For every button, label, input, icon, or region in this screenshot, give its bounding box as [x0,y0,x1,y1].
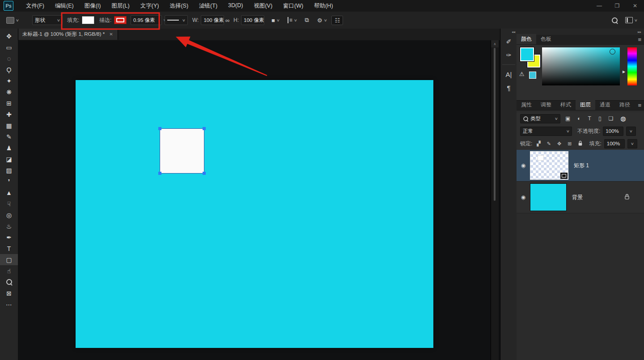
panel-menu-icon[interactable]: ≡ [638,36,641,43]
document-canvas[interactable] [76,80,433,348]
layer-filter-dropdown[interactable]: 类型 ∨ [520,114,560,123]
layer-thumbnail[interactable] [530,151,568,180]
menu-select[interactable]: 选择(S) [165,1,193,11]
menu-window[interactable]: 窗口(W) [279,1,308,11]
resize-handle-bottom-right[interactable] [203,172,206,175]
character-panel-icon[interactable]: A| [500,68,517,81]
layer-name[interactable]: 矩形 1 [574,162,589,169]
more-tools-button[interactable]: ⋯ [0,299,18,310]
collapse-dock-icon[interactable]: ◂◂ [500,29,517,35]
constrain-options-toggle[interactable]: ☷ [331,16,343,25]
color-picker-circle[interactable] [610,49,615,55]
rectangular-marquee-tool[interactable]: ▭ [0,42,18,53]
tool-mode-dropdown[interactable]: 形状 ∨ [32,12,63,29]
minimize-button[interactable]: — [590,2,608,10]
hue-strip[interactable] [627,47,637,85]
menu-filter[interactable]: 滤镜(T) [195,1,222,11]
menu-view[interactable]: 视图(V) [249,1,277,11]
visibility-eye-icon[interactable]: ◉ [517,194,530,200]
filter-shape-icon[interactable]: ▯ [596,115,604,122]
hand-tool[interactable]: ☝ [0,265,18,276]
tab-swatches[interactable]: 色板 [536,34,556,44]
canvas-area[interactable]: ∧ [18,40,500,360]
lock-pixels-icon[interactable]: ✎ [545,141,553,147]
path-alignment-button[interactable]: ≡∨ [284,17,300,23]
smudge-tool[interactable]: ☟ [0,198,18,209]
height-input[interactable]: 100 像素 [241,15,264,25]
shape-settings-button[interactable]: ⚙∨ [314,17,330,24]
workspace-switcher[interactable]: ∨ [625,12,637,29]
fill-dropdown-button[interactable]: ∨ [627,139,637,148]
menu-file[interactable]: 文件(F) [21,1,49,11]
opacity-input[interactable]: 100% [603,127,623,136]
layer-thumbnail[interactable] [530,183,567,211]
stroke-style-dropdown[interactable]: ∨ [165,12,188,29]
opacity-dropdown-button[interactable]: ∨ [626,127,636,136]
dodge-tool[interactable]: ◎ [0,209,18,220]
lock-transparent-icon[interactable]: ▞ [535,141,542,147]
elliptical-marquee-tool[interactable]: ◌ [0,53,18,64]
clone-stamp-tool[interactable]: ♟ [0,142,18,153]
paragraph-panel-icon[interactable]: ¶ [500,81,517,94]
vertical-scrollbar[interactable]: ∧ [491,40,499,360]
blur-tool[interactable]: ❜ [0,176,18,187]
panel-menu-icon[interactable]: ≡ [638,102,641,109]
menu-edit[interactable]: 编辑(E) [51,1,78,11]
zoom-tool[interactable] [0,276,18,288]
pen-tool[interactable]: ✒ [0,232,18,243]
stroke-swatch[interactable] [114,16,127,24]
tab-layers[interactable]: 图层 [576,100,595,110]
eraser-tool[interactable]: ◪ [0,153,18,165]
layer-row-background[interactable]: ◉ 背景 [517,182,644,213]
filter-image-icon[interactable]: ▣ [563,115,572,122]
layer-name[interactable]: 背景 [572,194,583,201]
tool-preset-picker[interactable]: ∨ [6,12,19,29]
layer-row-rectangle[interactable]: ◉ 矩形 1 [517,150,644,182]
resize-handle-top-right[interactable] [203,127,206,130]
menu-type[interactable]: 文字(Y) [136,1,164,11]
foreground-color-swatch[interactable] [520,47,534,61]
restore-button[interactable]: ❐ [608,2,626,10]
hue-slider-arrow[interactable]: ▶ [623,70,625,74]
width-input[interactable]: 100 像素 [201,15,224,25]
tab-close-icon[interactable]: ✕ [109,32,113,37]
path-operations-button[interactable]: ■∨ [268,17,283,24]
resize-handle-top-left[interactable] [158,127,161,130]
menu-3d[interactable]: 3D(D) [224,1,247,11]
tab-styles[interactable]: 样式 [556,100,576,110]
lasso-tool[interactable]: Ϙ [0,64,18,75]
saturation-brightness-field[interactable] [542,47,620,85]
visibility-eye-icon[interactable]: ◉ [517,162,530,169]
filter-smart-object-icon[interactable]: ❏ [606,115,616,122]
scrollbar-thumb[interactable] [494,48,496,201]
fill-swatch[interactable] [82,16,94,24]
fill-input[interactable]: 100% [604,139,625,148]
type-tool[interactable]: T [0,243,18,254]
filter-adjustment-icon[interactable]: ◐ [575,115,583,122]
crop-tool[interactable]: ⊞ [0,97,18,109]
close-button[interactable]: ✕ [626,2,644,10]
lock-position-icon[interactable]: ✥ [555,141,563,147]
stroke-width-field[interactable]: 0.95 像素 ∨ [131,12,166,29]
blend-mode-dropdown[interactable]: 正常 ∨ [520,127,572,136]
menu-image[interactable]: 图像(I) [80,1,106,11]
tab-adjustments[interactable]: 调整 [536,100,556,110]
gamut-safe-swatch[interactable] [529,72,536,79]
scroll-up-arrow[interactable]: ∧ [491,40,499,47]
magic-wand-tool[interactable]: ✦ [0,75,18,86]
gamut-warning-icon[interactable]: ⚠ [519,71,525,77]
sharpen-tool[interactable]: ▲ [0,187,18,198]
brushes-panel-icon[interactable]: ✑ [500,48,517,62]
gradient-tool[interactable]: ▨ [0,165,18,176]
filter-toggle-icon[interactable]: ◍ [618,115,628,122]
move-tool[interactable]: ✥ [0,30,18,42]
healing-brush-tool[interactable]: ✚ [0,109,18,120]
patch-tool[interactable]: ▦ [0,120,18,131]
menu-help[interactable]: 帮助(H) [309,1,337,11]
menu-layer[interactable]: 图层(L) [107,1,134,11]
path-arrangement-button[interactable]: ⧉ [302,17,312,24]
link-dimensions-button[interactable]: ∞ [222,12,233,29]
expand-dock-icon[interactable]: ▸▸ [638,30,641,34]
quick-selection-tool[interactable]: ❋ [0,86,18,97]
tab-color[interactable]: 颜色 [517,34,536,44]
